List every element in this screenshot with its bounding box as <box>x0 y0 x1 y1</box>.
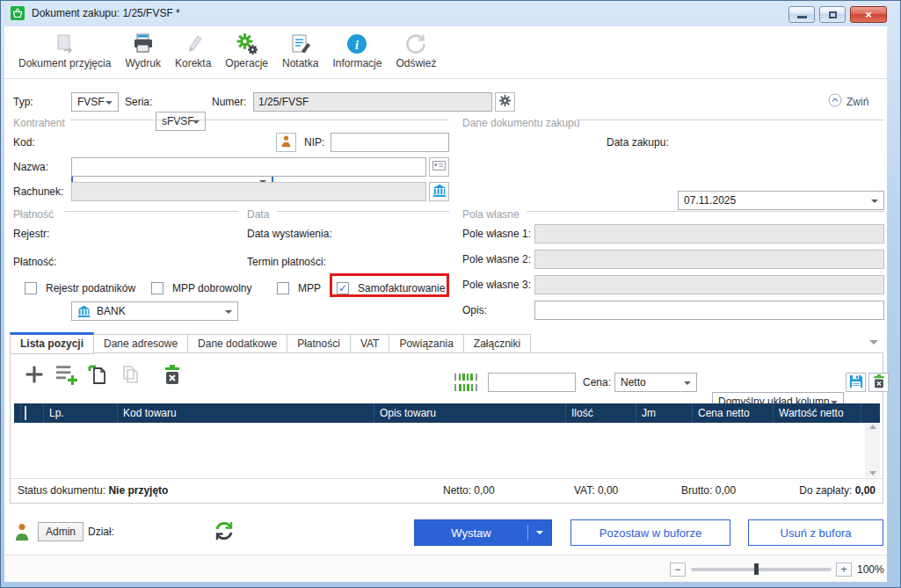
position-search-input[interactable] <box>488 373 576 392</box>
bank-account-button[interactable] <box>429 182 449 201</box>
column-header-wartosc-netto[interactable]: Wartość netto <box>774 403 861 423</box>
contractor-lookup-button[interactable] <box>276 133 296 152</box>
toolbar-odswiez-button[interactable]: Odśwież <box>389 30 443 71</box>
column-header-lp[interactable]: Lp. <box>44 403 118 423</box>
tab-platnosci[interactable]: Płatności <box>287 334 351 353</box>
data-zakupu-label: Data zakupu: <box>607 133 669 152</box>
add-multiple-positions-icon[interactable] <box>55 364 78 388</box>
checkbox-icon: ✓ <box>151 282 163 294</box>
column-header-opis-towaru[interactable]: Opis towaru <box>374 403 566 423</box>
floppy-save-icon <box>849 374 863 391</box>
seria-label: Seria: <box>125 92 152 112</box>
close-button[interactable]: × <box>850 6 887 23</box>
scroll-down-icon[interactable] <box>869 471 876 475</box>
column-header-jm[interactable]: Jm <box>636 403 693 423</box>
toolbar-notatka-button[interactable]: Notatka <box>275 30 325 71</box>
nazwa-input[interactable] <box>71 157 426 177</box>
column-header-cena-netto[interactable]: Cena netto <box>693 403 774 423</box>
collapse-button[interactable]: Zwiń <box>828 93 868 110</box>
purchase-basket-icon <box>11 6 25 20</box>
copy-position-icon[interactable] <box>121 365 141 387</box>
mpp-checkbox[interactable]: ✓ MPP <box>277 279 321 298</box>
checkbox-icon: ✓ <box>277 282 289 294</box>
column-header-kod-towaru[interactable]: Kod towaru <box>118 403 374 423</box>
paste-position-icon[interactable] <box>88 365 107 387</box>
pole-wlasne-3-label: Pole własne 3: <box>462 275 531 294</box>
pole-wlasne-2-input <box>534 250 884 269</box>
barcode-icon[interactable] <box>454 374 477 394</box>
select-all-checkbox[interactable] <box>21 403 44 423</box>
do-zaplaty-value: 0,00 <box>855 484 876 497</box>
minimize-button[interactable] <box>788 6 815 23</box>
zoom-slider[interactable] <box>691 568 832 571</box>
seria-select[interactable]: sFVSF <box>156 112 206 131</box>
note-icon <box>290 32 311 56</box>
person-icon <box>280 134 293 150</box>
usun-z-bufora-button[interactable]: Usuń z bufora <box>748 519 883 546</box>
dane-zakupu-group-line <box>576 120 884 120</box>
vat-value: 0,00 <box>598 484 618 497</box>
toolbar-wydruk-button[interactable]: Wydruk <box>118 30 168 71</box>
mpp-dobrowolny-checkbox[interactable]: ✓ MPP dobrowolny <box>151 279 252 298</box>
rejestr-podatnikow-checkbox[interactable]: ✓ Rejestr podatników <box>25 279 135 298</box>
opis-input[interactable] <box>534 301 884 320</box>
info-icon: i <box>346 32 367 56</box>
add-position-icon[interactable] <box>25 365 44 387</box>
rejestr-select[interactable]: BANK <box>71 301 238 321</box>
zoom-slider-thumb[interactable] <box>754 563 759 575</box>
pozostaw-w-buforze-button[interactable]: Pozostaw w buforze <box>570 519 730 546</box>
main-toolbar: Dokument przyjęcia Wydruk Korekta <box>4 26 887 79</box>
tab-overflow-icon[interactable] <box>869 340 878 345</box>
samofakturowanie-checkbox[interactable]: ✓ Samofakturowanie <box>337 279 445 298</box>
opis-label: Opis: <box>462 301 487 320</box>
collapse-up-icon <box>828 93 842 110</box>
toolbar-dokument-przyjecia-button[interactable]: Dokument przyjęcia <box>11 30 118 71</box>
delete-position-icon[interactable] <box>163 365 181 388</box>
kontrahent-group-label: Kontrahent <box>13 113 65 133</box>
zoom-in-button[interactable]: + <box>836 563 852 577</box>
nazwa-label: Nazwa: <box>13 157 48 177</box>
data-group-line <box>277 211 449 212</box>
cena-label: Cena: <box>583 373 611 392</box>
tab-dane-dodatkowe[interactable]: Dane dodatkowe <box>187 334 287 353</box>
tab-dane-adresowe[interactable]: Dane adresowe <box>93 334 188 353</box>
positions-table-body[interactable] <box>14 423 880 477</box>
wystaw-button[interactable]: Wystaw <box>414 519 552 546</box>
save-layout-button[interactable] <box>846 373 866 392</box>
cena-select[interactable]: Netto <box>614 373 697 392</box>
data-zakupu-select[interactable]: 07.11.2025 <box>678 191 884 210</box>
pola-wlasne-group-label: Pola własne <box>462 205 520 224</box>
toolbar-informacje-button[interactable]: i Informacje <box>325 30 389 71</box>
checkbox-icon: ✓ <box>337 282 349 294</box>
svg-text:i: i <box>355 39 359 52</box>
delete-layout-button[interactable] <box>868 373 889 392</box>
brutto-value: 0,00 <box>716 484 736 497</box>
numbering-settings-button[interactable] <box>495 92 515 112</box>
scroll-up-icon[interactable] <box>869 425 876 429</box>
chevron-down-icon <box>105 101 113 105</box>
tab-lista-pozycji[interactable]: Lista pozycji <box>10 332 94 354</box>
rachunek-input <box>71 182 426 201</box>
toolbar-operacje-button[interactable]: Operacje <box>218 30 275 71</box>
nip-input[interactable] <box>331 133 449 152</box>
data-wystawienia-label: Data wystawienia: <box>247 224 332 243</box>
document-receipt-icon <box>54 32 76 56</box>
pole-wlasne-2-label: Pole własne 2: <box>462 250 531 269</box>
column-header-ilosc[interactable]: Ilość <box>566 403 636 423</box>
zoom-out-button[interactable]: − <box>670 563 686 577</box>
table-scrollbar[interactable] <box>865 423 880 477</box>
maximize-button[interactable] <box>819 6 846 23</box>
tab-powiazania[interactable]: Powiązania <box>389 334 463 353</box>
tab-zalaczniki[interactable]: Załączniki <box>463 334 531 353</box>
user-button[interactable]: Admin <box>38 522 84 541</box>
wystaw-dropdown-icon[interactable] <box>528 531 551 534</box>
title-bar[interactable]: Dokument zakupu: 1/25/FVSF * × <box>2 1 899 25</box>
app-window: Dokument zakupu: 1/25/FVSF * × Dokument … <box>0 0 901 588</box>
toolbar-korekta-button[interactable]: Korekta <box>168 30 218 71</box>
minimize-icon <box>797 16 807 18</box>
typ-select[interactable]: FVSF <box>71 92 119 112</box>
tab-vat[interactable]: VAT <box>350 334 390 353</box>
address-card-button[interactable] <box>429 157 449 177</box>
refresh-department-icon[interactable] <box>214 520 235 544</box>
numer-input[interactable] <box>253 92 492 112</box>
